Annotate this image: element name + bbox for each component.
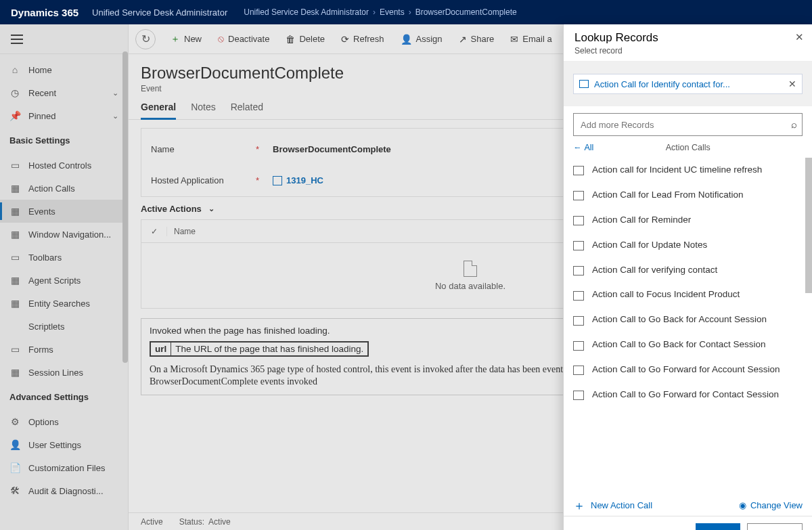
record-icon xyxy=(573,216,584,225)
result-item[interactable]: Action Call for Update Notes xyxy=(564,233,809,258)
result-item[interactable]: Action call to Focus Incident Product xyxy=(564,282,809,307)
record-icon xyxy=(573,366,584,375)
breadcrumb-current: BrowserDocumentComplete xyxy=(415,7,517,17)
search-input[interactable] xyxy=(573,113,803,136)
result-item[interactable]: Action Call for verifying contact xyxy=(564,258,809,283)
change-view-label: Change View xyxy=(750,500,803,510)
record-icon xyxy=(573,391,584,400)
cancel-button[interactable]: Cancel xyxy=(747,523,803,530)
brand: Dynamics 365 xyxy=(11,7,78,18)
record-icon xyxy=(573,341,584,351)
change-view-link[interactable]: ◉Change View xyxy=(739,500,803,510)
selected-record-chip: Action Call for Identify contact for... … xyxy=(573,74,803,94)
record-icon xyxy=(573,241,584,250)
chip-remove-button[interactable]: ✕ xyxy=(788,79,796,89)
result-item[interactable]: Action Call to Go Back for Account Sessi… xyxy=(564,307,809,332)
breadcrumb: Unified Service Desk Administrator › Eve… xyxy=(244,7,516,17)
panel-header: Lookup Records Select record ✕ xyxy=(564,24,812,62)
results-header: ←All Action Calls xyxy=(564,140,812,158)
back-all-label: All xyxy=(585,143,594,152)
breadcrumb-sep: › xyxy=(409,7,411,17)
selected-records-area: Action Call for Identify contact for... … xyxy=(564,62,812,106)
record-icon xyxy=(573,266,584,275)
result-label: Action Call for Update Notes xyxy=(592,240,800,251)
result-label: Action Call for verifying contact xyxy=(592,265,800,276)
result-label: Action call to Focus Incident Product xyxy=(592,289,800,301)
results-category: Action Calls xyxy=(666,143,710,152)
record-icon xyxy=(579,80,589,88)
record-icon xyxy=(573,191,584,200)
result-label: Action Call for Lead From Notification xyxy=(592,190,800,201)
result-item[interactable]: Action Call for Lead From Notification xyxy=(564,183,809,208)
arrow-left-icon: ← xyxy=(573,143,582,152)
breadcrumb-events[interactable]: Events xyxy=(380,7,405,17)
results-scrollbar[interactable] xyxy=(805,158,812,495)
result-item[interactable]: Action Call to Go Back for Contact Sessi… xyxy=(564,332,809,357)
search-icon[interactable]: ⌕ xyxy=(791,118,797,130)
result-label: Action Call to Go Forward for Account Se… xyxy=(592,364,800,376)
result-item[interactable]: Action call for Incident UC timeline ref… xyxy=(564,158,809,183)
results-list: Action call for Incident UC timeline ref… xyxy=(564,158,812,495)
panel-subtitle: Select record xyxy=(574,46,801,56)
result-label: Action Call to Go Back for Contact Sessi… xyxy=(592,339,800,351)
result-item[interactable]: Action Call to Go Forward for Contact Se… xyxy=(564,382,809,407)
panel-title: Lookup Records xyxy=(574,31,801,45)
panel-close-button[interactable]: ✕ xyxy=(795,31,804,43)
breadcrumb-root[interactable]: Unified Service Desk Administrator xyxy=(244,7,369,17)
new-record-link[interactable]: ＋New Action Call xyxy=(573,500,652,510)
record-icon xyxy=(573,291,584,301)
result-label: Action call for Incident UC timeline ref… xyxy=(592,164,800,176)
scrollbar-thumb[interactable] xyxy=(805,158,812,293)
panel-quick-actions: ＋New Action Call ◉Change View xyxy=(564,495,812,516)
result-label: Action Call to Go Forward for Contact Se… xyxy=(592,389,800,401)
back-to-all[interactable]: ←All xyxy=(573,143,593,152)
eye-icon: ◉ xyxy=(739,500,746,510)
result-label: Action Call for Reminder xyxy=(592,215,800,226)
lookup-panel: Lookup Records Select record ✕ Action Ca… xyxy=(563,24,812,530)
chip-label: Action Call for Identify contact for... xyxy=(594,79,783,89)
breadcrumb-sep: › xyxy=(373,7,376,17)
add-button[interactable]: Add xyxy=(696,523,740,530)
app-header: Dynamics 365 Unified Service Desk Admini… xyxy=(0,0,812,24)
result-item[interactable]: Action Call for Reminder xyxy=(564,208,809,233)
new-link-label: New Action Call xyxy=(591,500,652,510)
record-icon xyxy=(573,316,584,326)
app-title: Unified Service Desk Administrator xyxy=(92,7,227,18)
result-label: Action Call to Go Back for Account Sessi… xyxy=(592,314,800,326)
search-wrap: ⌕ xyxy=(564,106,812,140)
record-icon xyxy=(573,166,584,175)
panel-footer: Add Cancel xyxy=(564,516,812,530)
result-item[interactable]: Action Call to Go Forward for Account Se… xyxy=(564,357,809,382)
